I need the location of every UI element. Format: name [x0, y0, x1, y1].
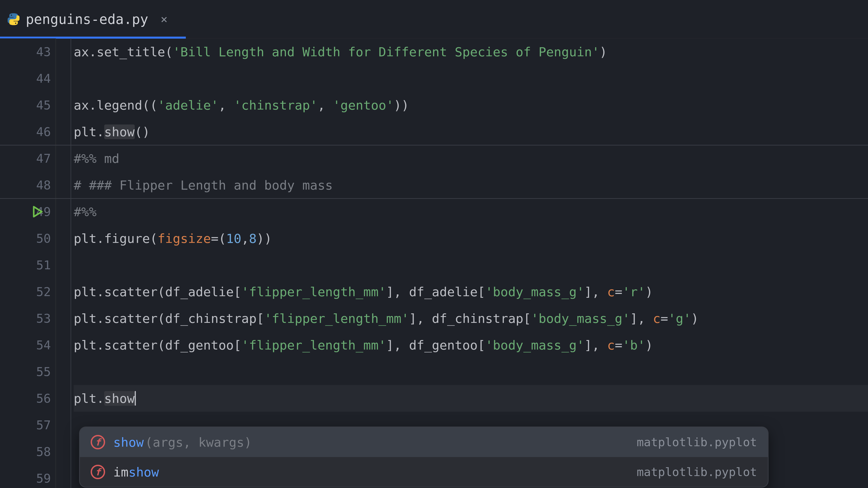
code-token: #%% [74, 204, 96, 219]
code-line[interactable]: plt.show [74, 385, 868, 412]
code-token: )) [256, 231, 272, 246]
completion-name: imshow [113, 465, 159, 480]
line-number[interactable]: 54 [0, 332, 55, 358]
code-line[interactable] [74, 358, 868, 385]
completion-signature: (args, kwargs) [145, 435, 252, 450]
code-area[interactable]: ax.set_title('Bill Length and Width for … [74, 38, 868, 488]
code-token: ], df_adelie[ [386, 285, 485, 299]
completion-origin: matplotlib.pyplot [637, 435, 757, 449]
code-token: c [607, 338, 615, 352]
line-number[interactable]: 59 [0, 465, 55, 488]
code-token: 10 [226, 231, 241, 246]
tab-filename: penguins-eda.py [26, 11, 148, 27]
code-line[interactable] [74, 65, 868, 92]
code-token: = [615, 338, 622, 352]
code-token: = [660, 311, 668, 326]
code-token: 'b' [622, 338, 645, 352]
code-token: 'chinstrap' [234, 98, 318, 112]
tab-bar: penguins-eda.py × [0, 0, 868, 38]
code-line[interactable]: #%% md [74, 145, 868, 172]
code-token: 'flipper_length_mm' [241, 285, 386, 299]
code-token: ], df_chinstrap[ [409, 311, 531, 326]
line-number[interactable]: 56 [0, 385, 55, 412]
code-token: , [219, 98, 234, 112]
code-token: ], df_gentoo[ [386, 338, 485, 352]
autocomplete-item[interactable]: fshow(args, kwargs)matplotlib.pyplot [80, 427, 768, 457]
line-number[interactable]: 57 [0, 412, 55, 438]
code-editor[interactable]: 4344454647484950515253545556575859 ax.se… [0, 38, 868, 488]
code-token: plt. [74, 125, 104, 139]
code-token: plt. [74, 391, 104, 406]
line-number[interactable]: 46 [0, 119, 55, 145]
line-number[interactable]: 53 [0, 305, 55, 332]
file-tab[interactable]: penguins-eda.py × [0, 0, 186, 38]
line-number[interactable]: 47 [0, 145, 55, 172]
code-token: =( [211, 231, 226, 246]
code-token: #%% md [74, 151, 119, 166]
code-line[interactable]: plt.scatter(df_gentoo['flipper_length_mm… [74, 332, 868, 358]
code-line[interactable]: #%% [74, 198, 868, 225]
code-token: 'gentoo' [333, 98, 394, 112]
code-line[interactable]: plt.scatter(df_chinstrap['flipper_length… [74, 305, 868, 332]
code-token: 'body_mass_g' [485, 285, 584, 299]
autocomplete-item[interactable]: fimshowmatplotlib.pyplot [80, 457, 768, 487]
code-token: ) [645, 338, 653, 352]
code-line[interactable]: plt.scatter(df_adelie['flipper_length_mm… [74, 278, 868, 305]
code-token: () [135, 125, 150, 139]
code-token: ) [599, 44, 607, 59]
code-token: plt.scatter(df_gentoo[ [74, 338, 241, 352]
completion-origin: matplotlib.pyplot [637, 465, 757, 479]
code-line[interactable]: plt.figure(figsize=(10,8)) [74, 225, 868, 252]
code-token: c [653, 311, 660, 326]
line-number[interactable]: 55 [0, 358, 55, 385]
function-kind-icon: f [91, 435, 105, 449]
python-file-icon [7, 12, 20, 26]
code-line[interactable] [74, 252, 868, 278]
code-token: 'Bill Length and Width for Different Spe… [173, 44, 599, 59]
code-token: 'body_mass_g' [485, 338, 584, 352]
code-token: 8 [249, 231, 256, 246]
code-token: 'g' [668, 311, 691, 326]
code-token: 'adelie' [158, 98, 219, 112]
code-token: ax.legend(( [74, 98, 158, 112]
code-line[interactable]: # ### Flipper Length and body mass [74, 172, 868, 198]
run-cell-icon[interactable] [29, 204, 44, 219]
code-token: plt.scatter(df_adelie[ [74, 285, 241, 299]
line-number[interactable]: 49 [0, 198, 55, 225]
line-number[interactable]: 58 [0, 438, 55, 465]
code-token: 'r' [622, 285, 645, 299]
line-number[interactable]: 48 [0, 172, 55, 198]
code-token: ], [584, 285, 607, 299]
code-token: 'flipper_length_mm' [264, 311, 409, 326]
editor-window: penguins-eda.py × 4344454647484950515253… [0, 0, 868, 488]
indent-guide [70, 38, 71, 488]
code-token: 'flipper_length_mm' [241, 338, 386, 352]
code-line[interactable]: ax.legend(('adelie', 'chinstrap', 'gento… [74, 92, 868, 119]
line-number[interactable]: 50 [0, 225, 55, 252]
code-token: ], [584, 338, 607, 352]
line-number[interactable]: 44 [0, 65, 55, 92]
code-token: ) [645, 285, 653, 299]
line-number[interactable]: 52 [0, 278, 55, 305]
completion-name: show [113, 435, 144, 450]
code-token: show [104, 391, 135, 406]
line-number[interactable]: 51 [0, 252, 55, 278]
function-kind-icon: f [91, 465, 105, 479]
code-token: = [615, 285, 622, 299]
code-token: c [607, 285, 615, 299]
close-tab-button[interactable]: × [158, 13, 170, 25]
text-caret [135, 391, 136, 405]
code-token: ax.set_title( [74, 44, 173, 59]
code-token: )) [394, 98, 409, 112]
autocomplete-popup[interactable]: fshow(args, kwargs)matplotlib.pyplotfims… [79, 427, 769, 488]
code-token: ) [691, 311, 699, 326]
code-line[interactable]: ax.set_title('Bill Length and Width for … [74, 38, 868, 65]
gutter-border [55, 38, 56, 488]
code-token: , [318, 98, 333, 112]
line-number[interactable]: 45 [0, 92, 55, 119]
line-number-gutter: 4344454647484950515253545556575859 [0, 38, 55, 488]
code-line[interactable]: plt.show() [74, 119, 868, 145]
code-token: 'body_mass_g' [531, 311, 630, 326]
line-number[interactable]: 43 [0, 38, 55, 65]
code-token: show [104, 125, 135, 139]
